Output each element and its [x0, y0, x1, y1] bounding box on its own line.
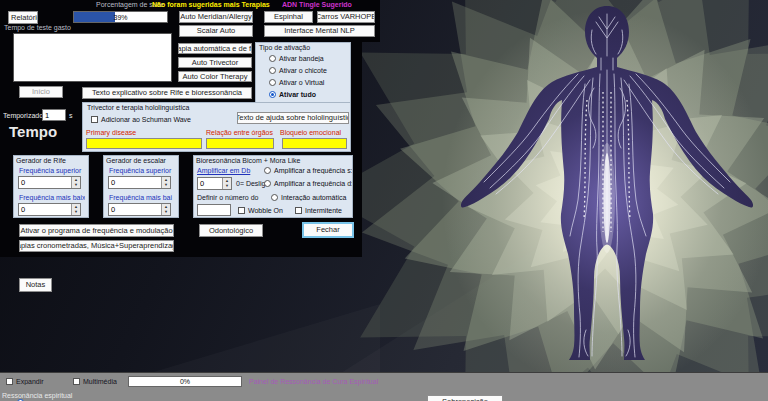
terapias-cronometradas-button[interactable]: apias cronometradas, Música+Superaprendi… [19, 240, 174, 252]
radio-label: Ativar o chicote [279, 67, 327, 74]
auto-meridian-button[interactable]: Auto Meridian/Allergy [179, 11, 253, 23]
escalar-freq-sup-spinner[interactable]: 0 ▲▼ [108, 176, 171, 189]
checkbox-icon [295, 207, 302, 214]
radio-ativar-tudo[interactable]: Ativar tudo [269, 91, 347, 98]
gerador-escalar-group: Gerador de escalar Frequência superior 0… [103, 155, 179, 218]
spinner-arrows-icon[interactable]: ▲▼ [71, 177, 80, 188]
rife-freq-sup-spinner[interactable]: 0 ▲▼ [18, 176, 81, 189]
auto-trivector-button[interactable]: Auto Trivector [178, 57, 252, 68]
spinner-arrows-icon[interactable]: ▲▼ [71, 204, 80, 215]
radio-interacao-automatica[interactable]: Interação automática [271, 194, 353, 201]
spinner-arrows-icon[interactable]: ▲▼ [161, 204, 170, 215]
temporizado-suffix: s [69, 112, 73, 120]
radio-amplificar-freq-d[interactable]: Amplificar a frequência d: [264, 180, 352, 187]
tempo-teste-label: Tempo de teste gasto [4, 24, 71, 32]
radio-label: Amplificar a frequência d: [274, 180, 352, 187]
ressonancia-espiritual-label: Ressonância espiritual [2, 392, 72, 400]
interface-mental-nlp-button[interactable]: Interface Mental NLP [264, 25, 375, 37]
notas-button[interactable]: Notas [19, 278, 52, 292]
checkbox-icon [91, 116, 98, 123]
fechar-button[interactable]: Fechar [302, 222, 354, 238]
checkbox-label: Wobble On [248, 207, 283, 214]
definir-numero-label: Definir o número do [197, 194, 258, 202]
auto-color-therapy-button[interactable]: Auto Color Therapy [178, 71, 252, 82]
ativar-programa-button[interactable]: Ativar o programa de frequência e modula… [19, 224, 174, 237]
texto-explicativo-button[interactable]: Texto explicativo sobre Rife e bioresson… [82, 87, 252, 99]
amplificar-db-link[interactable]: Amplificar em Db [197, 167, 250, 175]
painel-ressonancia-label: Painel de Ressonância de Cura Espiritual [249, 378, 378, 386]
spinner-value: 0 [21, 205, 25, 214]
radio-amplificar-freq-s[interactable]: Amplificar a frequência s: [264, 167, 352, 174]
checkbox-label: Multimédia [83, 378, 117, 385]
radio-label: Ativar tudo [279, 91, 316, 98]
relatorio-button[interactable]: Relatório [8, 11, 38, 24]
radio-icon [269, 67, 276, 74]
temporizado-label: Temporizado [3, 112, 42, 120]
odontologico-button[interactable]: Odontológico [199, 224, 263, 237]
radio-label: Ativar o Virtual [279, 79, 324, 86]
rife-freq-baixa-spinner[interactable]: 0 ▲▼ [18, 203, 81, 216]
primary-disease-input[interactable] [86, 138, 202, 149]
radio-icon [264, 167, 271, 174]
relacao-orgaos-input[interactable] [206, 138, 274, 149]
inicio-button[interactable]: Início [19, 86, 63, 98]
radio-ativar-chicote[interactable]: Ativar o chicote [269, 67, 347, 74]
bloqueio-emocional-input[interactable] [282, 138, 347, 149]
scalar-auto-button[interactable]: Scalar Auto [179, 25, 253, 37]
checkbox-icon [73, 378, 80, 385]
schuman-checkbox[interactable]: Adicionar ao Schuman Wave [91, 116, 191, 123]
temporizado-input[interactable] [42, 109, 66, 121]
radio-icon [264, 180, 271, 187]
amplificar-db-spinner[interactable]: 0 ▲▼ [197, 177, 232, 190]
test-time-textarea[interactable] [13, 33, 172, 82]
bloqueio-emocional-label: Bloqueio emocional [280, 129, 341, 137]
trivector-title: Trivector e terapia hololinguística [87, 104, 189, 111]
expandir-checkbox[interactable]: Expandir [6, 378, 44, 385]
spinner-arrows-icon[interactable]: ▲▼ [222, 178, 231, 189]
intermitente-checkbox[interactable]: Intermitente [295, 207, 342, 214]
bicom-group: Bioresonância Bicom + Mora Like Amplific… [193, 155, 353, 218]
radio-label: Interação automática [281, 194, 346, 201]
tipo-ativacao-group: Tipo de ativação Ativar bandeja Ativar o… [255, 42, 351, 103]
success-progressbar: 39% [73, 11, 168, 23]
gerador-rife-title: Gerador de Rife [16, 157, 66, 164]
wobble-checkbox[interactable]: Wobble On [238, 207, 283, 214]
adn-tingle-label: ADN Tingle Sugerido [282, 1, 352, 9]
espinhal-button[interactable]: Espinhal [264, 11, 313, 23]
multimedia-checkbox[interactable]: Multimédia [73, 378, 117, 385]
escalar-freq-sup-label: Frequência superior [109, 167, 175, 175]
success-progress-text: 39% [74, 12, 167, 22]
tempo-heading: Tempo [9, 124, 57, 141]
primary-disease-label: Primary disease [86, 129, 136, 137]
radio-icon [269, 55, 276, 62]
radio-label: Ativar bandeja [279, 55, 324, 62]
radio-label: Amplificar a frequência s: [274, 167, 352, 174]
spinner-value: 0 [200, 179, 204, 188]
escalar-freq-baixa-spinner[interactable]: 0 ▲▼ [108, 203, 171, 216]
ajuda-hololinguistica-button[interactable]: Texto de ajuda sobre hololinguístic [237, 112, 349, 124]
no-more-therapies-warning: Não foram sugeridas mais Terapias [152, 1, 270, 9]
checkbox-icon [238, 207, 245, 214]
gerador-rife-group: Gerador de Rife Frequência superior 0 ▲▼… [13, 155, 89, 218]
rife-freq-sup-label: Frequência superior [19, 167, 85, 175]
bicom-title: Bioresonância Bicom + Mora Like [196, 157, 300, 164]
sobreposicao-button[interactable]: Sobreposição [427, 395, 503, 401]
carros-varhope-button[interactable]: Carros VARHOPE [317, 11, 375, 23]
relacao-orgaos-label: Relação entre órgãos [206, 129, 273, 137]
numero-input[interactable] [197, 204, 231, 216]
app-window: Porcentagem de suce Não foram sugeridas … [0, 0, 768, 401]
radio-ativar-bandeja[interactable]: Ativar bandeja [269, 55, 347, 62]
checkbox-label: Adicionar ao Schuman Wave [101, 116, 191, 123]
terapia-automatica-button[interactable]: apia automática e de fi [178, 43, 252, 54]
radio-icon [269, 79, 276, 86]
body-visualization [340, 0, 768, 372]
radio-ativar-virtual[interactable]: Ativar o Virtual [269, 79, 347, 86]
spinner-value: 0 [21, 178, 25, 187]
checkbox-label: Intermitente [305, 207, 342, 214]
spinner-value: 0 [111, 178, 115, 187]
radio-icon [271, 194, 278, 201]
spiritual-progress-text: 0% [129, 377, 241, 386]
radio-icon-selected [269, 91, 276, 98]
checkbox-icon [6, 378, 13, 385]
spinner-arrows-icon[interactable]: ▲▼ [161, 177, 170, 188]
